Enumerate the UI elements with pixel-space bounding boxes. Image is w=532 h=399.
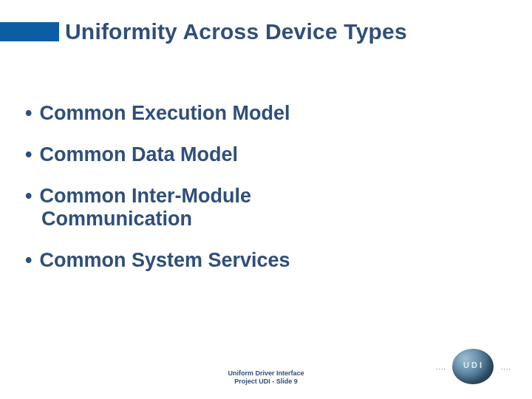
bullet-text-line2: Communication [41,208,507,230]
udi-logo: ···· UDI ···· [448,349,499,384]
bullet-item: Common System Services [25,249,507,271]
bullet-item: Common Data Model [25,143,507,166]
slide-title: Uniformity Across Device Types [65,19,407,44]
title-bar: Uniformity Across Device Types [0,19,532,44]
bullet-text: Common Data Model [39,143,238,166]
title-accent-block [0,22,59,41]
bullet-text: Common Execution Model [39,102,290,124]
slide: Uniformity Across Device Types Common Ex… [0,0,532,399]
bullet-item: Common Execution Model [25,102,507,124]
bullet-list: Common Execution Model Common Data Model… [25,102,507,290]
logo-text: UDI [448,361,499,369]
bullet-item: Common Inter-ModuleCommunication [25,185,507,229]
logo-dots-right: ···· [501,365,511,372]
bullet-text: Common System Services [39,249,290,271]
bullet-text: Common Inter-Module [39,185,250,207]
logo-dots-left: ···· [436,365,446,372]
